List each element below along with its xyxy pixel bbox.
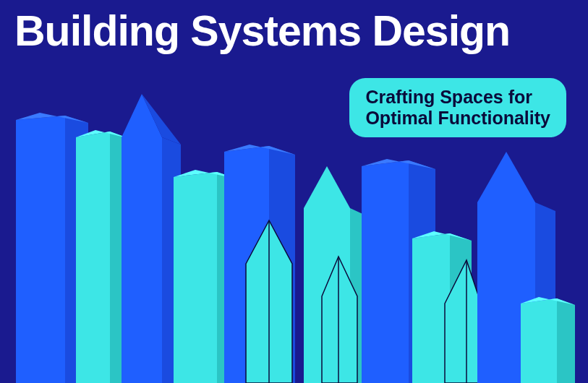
svg-marker-25	[412, 233, 450, 383]
svg-marker-0	[16, 116, 65, 383]
svg-marker-32	[521, 298, 557, 383]
main-title: Building Systems Design	[14, 10, 574, 53]
svg-marker-9	[174, 172, 217, 383]
svg-marker-33	[557, 298, 575, 383]
svg-marker-6	[122, 94, 162, 383]
building-icon	[122, 94, 181, 383]
building-icon	[521, 297, 575, 383]
skyline-illustration	[0, 94, 588, 383]
svg-marker-3	[76, 132, 110, 383]
svg-marker-22	[362, 160, 409, 383]
